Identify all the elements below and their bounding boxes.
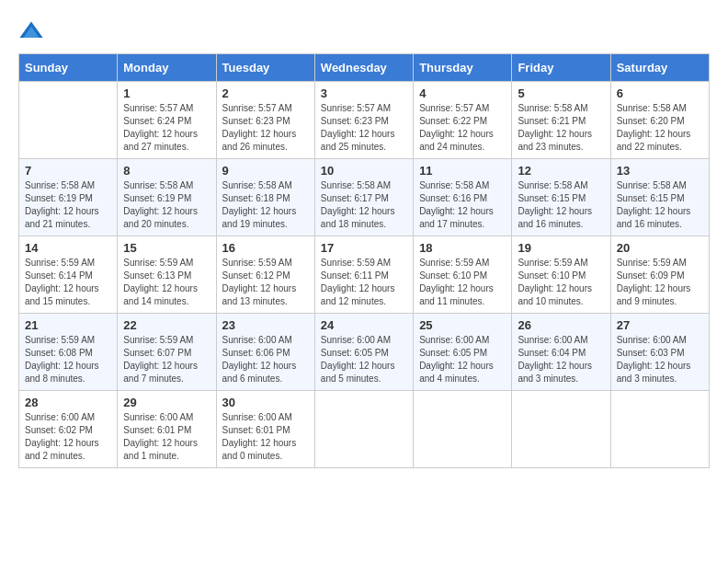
calendar-cell: 13Sunrise: 5:58 AM Sunset: 6:15 PM Dayli… <box>610 159 709 236</box>
calendar-cell <box>610 391 709 468</box>
week-row-1: 1Sunrise: 5:57 AM Sunset: 6:24 PM Daylig… <box>19 82 710 159</box>
day-number: 9 <box>222 164 309 178</box>
calendar-cell: 7Sunrise: 5:58 AM Sunset: 6:19 PM Daylig… <box>19 159 118 236</box>
day-number: 1 <box>123 86 210 100</box>
logo-icon <box>18 18 44 44</box>
col-header-thursday: Thursday <box>414 54 512 82</box>
day-number: 2 <box>222 86 309 100</box>
day-number: 30 <box>222 396 309 409</box>
day-number: 6 <box>617 86 703 100</box>
day-number: 11 <box>419 164 506 178</box>
day-number: 5 <box>518 86 604 100</box>
day-info: Sunrise: 5:58 AM Sunset: 6:20 PM Dayligh… <box>617 102 703 154</box>
day-number: 13 <box>617 164 703 178</box>
day-number: 23 <box>222 318 309 332</box>
day-number: 29 <box>123 396 210 409</box>
day-number: 15 <box>123 241 210 255</box>
day-info: Sunrise: 5:57 AM Sunset: 6:24 PM Dayligh… <box>123 102 210 154</box>
day-number: 20 <box>617 241 703 255</box>
day-info: Sunrise: 5:58 AM Sunset: 6:19 PM Dayligh… <box>25 179 111 231</box>
day-number: 22 <box>123 318 210 332</box>
col-header-friday: Friday <box>512 54 610 82</box>
week-row-3: 14Sunrise: 5:59 AM Sunset: 6:14 PM Dayli… <box>19 236 710 314</box>
day-info: Sunrise: 6:00 AM Sunset: 6:01 PM Dayligh… <box>222 411 309 463</box>
calendar-cell: 26Sunrise: 6:00 AM Sunset: 6:04 PM Dayli… <box>512 314 610 391</box>
calendar-cell <box>414 391 512 468</box>
day-info: Sunrise: 5:58 AM Sunset: 6:18 PM Dayligh… <box>222 179 309 231</box>
calendar-cell: 19Sunrise: 5:59 AM Sunset: 6:10 PM Dayli… <box>512 236 610 314</box>
day-info: Sunrise: 5:59 AM Sunset: 6:07 PM Dayligh… <box>123 334 210 385</box>
day-info: Sunrise: 5:59 AM Sunset: 6:13 PM Dayligh… <box>123 257 210 308</box>
calendar-cell: 1Sunrise: 5:57 AM Sunset: 6:24 PM Daylig… <box>118 82 216 159</box>
calendar-cell: 9Sunrise: 5:58 AM Sunset: 6:18 PM Daylig… <box>216 159 314 236</box>
day-info: Sunrise: 5:59 AM Sunset: 6:08 PM Dayligh… <box>25 334 111 385</box>
calendar-cell: 10Sunrise: 5:58 AM Sunset: 6:17 PM Dayli… <box>314 159 413 236</box>
week-row-2: 7Sunrise: 5:58 AM Sunset: 6:19 PM Daylig… <box>19 159 710 236</box>
calendar-cell: 20Sunrise: 5:59 AM Sunset: 6:09 PM Dayli… <box>610 236 709 314</box>
calendar-cell <box>512 391 610 468</box>
day-number: 14 <box>25 241 111 255</box>
logo <box>18 18 48 44</box>
day-info: Sunrise: 5:57 AM Sunset: 6:22 PM Dayligh… <box>419 102 506 154</box>
calendar-cell: 11Sunrise: 5:58 AM Sunset: 6:16 PM Dayli… <box>414 159 512 236</box>
day-info: Sunrise: 5:59 AM Sunset: 6:10 PM Dayligh… <box>419 257 506 308</box>
calendar-cell <box>314 391 413 468</box>
calendar-cell: 21Sunrise: 5:59 AM Sunset: 6:08 PM Dayli… <box>19 314 118 391</box>
calendar-cell: 27Sunrise: 6:00 AM Sunset: 6:03 PM Dayli… <box>610 314 709 391</box>
day-info: Sunrise: 6:00 AM Sunset: 6:04 PM Dayligh… <box>518 334 604 385</box>
calendar-cell: 28Sunrise: 6:00 AM Sunset: 6:02 PM Dayli… <box>19 391 118 468</box>
calendar-cell: 22Sunrise: 5:59 AM Sunset: 6:07 PM Dayli… <box>118 314 216 391</box>
day-info: Sunrise: 5:59 AM Sunset: 6:11 PM Dayligh… <box>321 257 407 308</box>
day-number: 16 <box>222 241 309 255</box>
day-info: Sunrise: 5:57 AM Sunset: 6:23 PM Dayligh… <box>222 102 309 154</box>
calendar-cell: 24Sunrise: 6:00 AM Sunset: 6:05 PM Dayli… <box>314 314 413 391</box>
day-number: 28 <box>25 396 111 409</box>
day-info: Sunrise: 5:58 AM Sunset: 6:21 PM Dayligh… <box>518 102 604 154</box>
calendar-cell: 18Sunrise: 5:59 AM Sunset: 6:10 PM Dayli… <box>414 236 512 314</box>
day-info: Sunrise: 5:58 AM Sunset: 6:15 PM Dayligh… <box>518 179 604 231</box>
day-info: Sunrise: 5:59 AM Sunset: 6:12 PM Dayligh… <box>222 257 309 308</box>
calendar-cell: 2Sunrise: 5:57 AM Sunset: 6:23 PM Daylig… <box>216 82 314 159</box>
calendar-cell: 5Sunrise: 5:58 AM Sunset: 6:21 PM Daylig… <box>512 82 610 159</box>
week-row-4: 21Sunrise: 5:59 AM Sunset: 6:08 PM Dayli… <box>19 314 710 391</box>
day-number: 12 <box>518 164 604 178</box>
calendar-cell: 6Sunrise: 5:58 AM Sunset: 6:20 PM Daylig… <box>610 82 709 159</box>
calendar-cell: 25Sunrise: 6:00 AM Sunset: 6:05 PM Dayli… <box>414 314 512 391</box>
day-info: Sunrise: 6:00 AM Sunset: 6:06 PM Dayligh… <box>222 334 309 385</box>
day-info: Sunrise: 5:58 AM Sunset: 6:16 PM Dayligh… <box>419 179 506 231</box>
col-header-saturday: Saturday <box>610 54 709 82</box>
calendar-cell: 8Sunrise: 5:58 AM Sunset: 6:19 PM Daylig… <box>118 159 216 236</box>
day-number: 19 <box>518 241 604 255</box>
header-row: SundayMondayTuesdayWednesdayThursdayFrid… <box>19 54 710 82</box>
day-info: Sunrise: 6:00 AM Sunset: 6:01 PM Dayligh… <box>123 411 210 463</box>
page-header <box>18 18 710 44</box>
week-row-5: 28Sunrise: 6:00 AM Sunset: 6:02 PM Dayli… <box>19 391 710 468</box>
day-number: 4 <box>419 86 506 100</box>
col-header-sunday: Sunday <box>19 54 118 82</box>
day-number: 7 <box>25 164 111 178</box>
day-info: Sunrise: 6:00 AM Sunset: 6:05 PM Dayligh… <box>419 334 506 385</box>
day-number: 27 <box>617 318 703 332</box>
day-number: 17 <box>321 241 407 255</box>
day-info: Sunrise: 6:00 AM Sunset: 6:02 PM Dayligh… <box>25 411 111 463</box>
day-info: Sunrise: 5:58 AM Sunset: 6:15 PM Dayligh… <box>617 179 703 231</box>
day-number: 18 <box>419 241 506 255</box>
calendar-cell: 4Sunrise: 5:57 AM Sunset: 6:22 PM Daylig… <box>414 82 512 159</box>
day-number: 24 <box>321 318 407 332</box>
day-info: Sunrise: 5:58 AM Sunset: 6:17 PM Dayligh… <box>321 179 407 231</box>
col-header-tuesday: Tuesday <box>216 54 314 82</box>
calendar-cell: 3Sunrise: 5:57 AM Sunset: 6:23 PM Daylig… <box>314 82 413 159</box>
day-info: Sunrise: 6:00 AM Sunset: 6:05 PM Dayligh… <box>321 334 407 385</box>
day-number: 21 <box>25 318 111 332</box>
day-info: Sunrise: 5:59 AM Sunset: 6:10 PM Dayligh… <box>518 257 604 308</box>
day-info: Sunrise: 5:59 AM Sunset: 6:09 PM Dayligh… <box>617 257 703 308</box>
calendar-cell: 29Sunrise: 6:00 AM Sunset: 6:01 PM Dayli… <box>118 391 216 468</box>
day-info: Sunrise: 5:57 AM Sunset: 6:23 PM Dayligh… <box>321 102 407 154</box>
day-info: Sunrise: 5:59 AM Sunset: 6:14 PM Dayligh… <box>25 257 111 308</box>
day-number: 8 <box>123 164 210 178</box>
calendar-cell: 15Sunrise: 5:59 AM Sunset: 6:13 PM Dayli… <box>118 236 216 314</box>
day-number: 10 <box>321 164 407 178</box>
calendar-cell <box>19 82 118 159</box>
day-info: Sunrise: 5:58 AM Sunset: 6:19 PM Dayligh… <box>123 179 210 231</box>
day-number: 3 <box>321 86 407 100</box>
